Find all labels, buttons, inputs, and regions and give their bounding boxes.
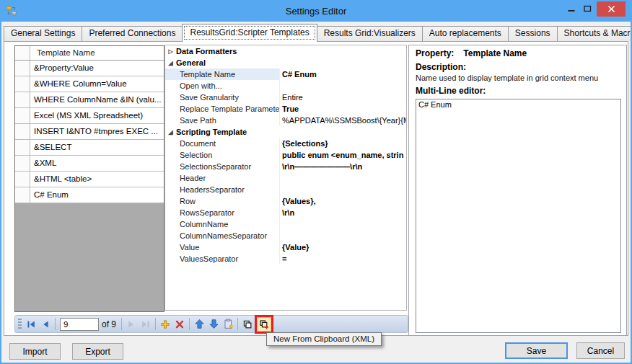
toolbar-separator xyxy=(189,318,190,330)
property-value[interactable]: True xyxy=(280,103,406,115)
record-navigator-toolbar: of 9 xyxy=(14,315,408,333)
property-value[interactable]: = xyxy=(280,253,406,265)
property-name: Save Path xyxy=(165,115,280,126)
minimize-icon xyxy=(568,5,575,12)
property-value[interactable] xyxy=(280,80,406,92)
template-name-cell[interactable]: INSERT I&NTO #tmpres EXEC ... xyxy=(30,124,164,139)
property-row[interactable]: HeadersSeparator xyxy=(165,184,406,195)
property-value[interactable] xyxy=(280,230,406,241)
template-name-cell[interactable]: &HTML <table> xyxy=(30,172,164,187)
template-name-cell[interactable]: Excel (MS XML Spreadsheet) xyxy=(30,108,164,123)
template-list-row: &HTML <table> xyxy=(15,172,164,187)
property-value[interactable] xyxy=(280,184,406,195)
tab-resultsgrid-scripter-templates[interactable]: ResultsGrid:Scripter Templates xyxy=(182,24,317,42)
tab-results-grid-visualizers[interactable]: Results Grid:Visualizers xyxy=(317,26,423,41)
export-button[interactable]: Export xyxy=(72,343,123,360)
tab-shortcuts-macros[interactable]: Shortcuts & Macros xyxy=(557,26,632,41)
property-value[interactable] xyxy=(280,218,406,230)
property-name: RowsSeparator xyxy=(165,207,280,218)
last-record-icon xyxy=(141,319,151,329)
property-row[interactable]: Replace Template ParameteTrue xyxy=(165,103,406,115)
next-record-icon xyxy=(126,319,136,329)
add-record-button[interactable] xyxy=(158,317,172,332)
property-value[interactable]: C# Enum xyxy=(280,68,406,80)
maximize-button[interactable] xyxy=(580,1,595,17)
property-value[interactable]: public enum <enum_name, strin xyxy=(280,149,406,161)
tab-sessions[interactable]: Sessions xyxy=(508,26,558,41)
row-indicator xyxy=(15,108,30,123)
property-value[interactable]: {Values}, xyxy=(280,195,406,207)
template-name-cell[interactable]: &XML xyxy=(30,156,164,171)
copy-icon xyxy=(242,319,253,329)
property-value: Template Name xyxy=(463,48,527,58)
template-list-row: &SELECT xyxy=(15,140,164,156)
template-name-cell[interactable]: &SELECT xyxy=(30,140,164,155)
property-row[interactable]: Row{Values}, xyxy=(165,195,406,207)
move-up-button[interactable] xyxy=(192,317,206,332)
save-button[interactable]: Save xyxy=(505,342,568,359)
property-row[interactable]: Save Path%APPDATA%\SSMSBoost\{Year}{M xyxy=(165,115,406,126)
close-button[interactable] xyxy=(597,1,626,17)
tab-general-settings[interactable]: General Settings xyxy=(4,26,82,41)
property-value[interactable]: \r\n xyxy=(280,207,406,218)
description-text: Name used to display template in grid co… xyxy=(416,74,620,82)
multiline-editor-label: Multi-Line editor: xyxy=(416,86,620,96)
paste-new-button[interactable] xyxy=(221,317,235,332)
property-row[interactable]: ColumnNamesSeparator xyxy=(165,230,406,241)
category-label: Scripting Template xyxy=(176,128,247,136)
property-value[interactable] xyxy=(280,172,406,184)
property-row[interactable]: Template NameC# Enum xyxy=(165,68,406,80)
property-value[interactable]: %APPDATA%\SSMSBoost\{Year}{M xyxy=(280,115,406,126)
first-record-button[interactable] xyxy=(24,317,38,332)
property-row[interactable]: Save GranularityEntire xyxy=(165,92,406,103)
property-row[interactable]: Selectionpublic enum <enum_name, strin xyxy=(165,149,406,161)
property-category-row[interactable]: ▷Data Formatters xyxy=(165,45,406,57)
tab-auto-replacements[interactable]: Auto replacements xyxy=(422,26,509,41)
property-value[interactable]: \r\n———————\r\n xyxy=(280,161,406,172)
category-label: General xyxy=(176,58,206,67)
tab-preferred-connections[interactable]: Preferred Connections xyxy=(82,26,183,41)
record-position-input[interactable] xyxy=(60,318,99,331)
detail-panel: Property:Template Name Description: Name… xyxy=(408,45,627,336)
property-row[interactable]: Value{Value} xyxy=(165,241,406,253)
import-button[interactable]: Import xyxy=(9,343,61,360)
property-row[interactable]: RowsSeparator\r\n xyxy=(165,207,406,218)
next-record-button[interactable] xyxy=(124,317,139,332)
property-value[interactable]: Entire xyxy=(280,92,406,103)
expand-icon[interactable]: ▷ xyxy=(165,48,176,55)
paste-new-icon xyxy=(223,319,234,329)
template-list-rows: &Property:Value&WHERE Column=ValueWHERE … xyxy=(15,61,164,203)
property-row[interactable]: SelectionsSeparator\r\n———————\r\n xyxy=(165,161,406,172)
property-row[interactable]: Header xyxy=(165,172,406,184)
toolbar-grip[interactable] xyxy=(18,319,22,329)
minimize-button[interactable] xyxy=(563,1,579,17)
move-down-button[interactable] xyxy=(206,317,221,332)
delete-record-button[interactable] xyxy=(172,317,187,332)
previous-record-button[interactable] xyxy=(38,317,53,332)
property-category-row[interactable]: ◢Scripting Template xyxy=(165,126,406,138)
multiline-editor-input[interactable]: C# Enum xyxy=(416,99,621,333)
template-name-column-header[interactable]: Template Name xyxy=(30,46,164,60)
property-row[interactable]: Open with... xyxy=(165,80,406,92)
collapse-icon[interactable]: ◢ xyxy=(165,129,176,136)
copy-template-button[interactable] xyxy=(240,317,255,332)
template-list-row: INSERT I&NTO #tmpres EXEC ... xyxy=(15,124,164,140)
cancel-button[interactable]: Cancel xyxy=(576,342,625,359)
collapse-icon[interactable]: ◢ xyxy=(165,60,176,66)
property-name: ColumnName xyxy=(165,218,280,230)
property-row[interactable]: Document{Selections} xyxy=(165,138,406,149)
property-value[interactable]: {Value} xyxy=(280,241,406,253)
property-name: Open with... xyxy=(165,80,280,92)
title-bar: Settings Editor xyxy=(0,0,632,22)
template-name-cell[interactable]: C# Enum xyxy=(30,187,164,203)
last-record-button[interactable] xyxy=(139,317,153,332)
template-name-cell[interactable]: WHERE ColumnName &IN (valu... xyxy=(30,92,164,107)
template-name-cell[interactable]: &WHERE Column=Value xyxy=(30,76,164,92)
maximize-icon xyxy=(584,5,592,12)
property-category-row[interactable]: ◢General xyxy=(165,57,406,68)
property-row[interactable]: ValuesSeparator= xyxy=(165,253,406,265)
new-from-clipboard-xml-button[interactable] xyxy=(257,317,271,332)
property-row[interactable]: ColumnName xyxy=(165,218,406,230)
property-value[interactable]: {Selections} xyxy=(280,138,406,149)
template-name-cell[interactable]: &Property:Value xyxy=(30,61,164,76)
